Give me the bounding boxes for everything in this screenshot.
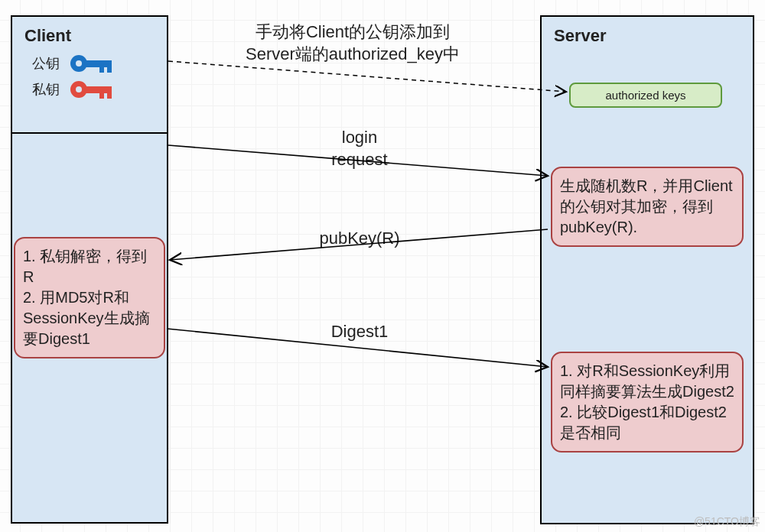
svg-point-6 <box>76 86 82 92</box>
pubkey-row: 公钥 <box>12 49 167 75</box>
server-generate-r-box: 生成随机数R，并用Client的公钥对其加密，得到pubKey(R). <box>551 167 744 247</box>
svg-rect-8 <box>99 92 104 99</box>
client-header: Client 公钥 私钥 <box>11 15 168 134</box>
svg-rect-4 <box>107 66 112 73</box>
server-title: Server <box>542 17 753 49</box>
privkey-row: 私钥 <box>12 75 167 101</box>
key-icon-private <box>67 78 116 101</box>
server-compare-box: 1. 对R和SessionKey利用同样摘要算法生成Digest2 2. 比较D… <box>551 352 744 453</box>
svg-rect-9 <box>107 92 112 99</box>
client-decrypt-box: 1. 私钥解密，得到R 2. 用MD5对R和SessionKey生成摘要Dige… <box>14 237 165 358</box>
pubkey-label: 公钥 <box>32 54 67 73</box>
arrow-pubkey-to-server <box>168 61 566 92</box>
arrow-label-pubkeyr: pubKey(R) <box>291 228 428 250</box>
privkey-label: 私钥 <box>32 80 67 99</box>
arrow-label-digest1: Digest1 <box>306 321 413 343</box>
arrow-label-login: login request <box>298 127 421 170</box>
client-title: Client <box>12 17 167 49</box>
top-annotation: 手动将Client的公钥添加到 Server端的authorized_key中 <box>234 21 471 65</box>
authorized-keys-label: authorized keys <box>605 89 685 102</box>
svg-rect-3 <box>99 66 104 73</box>
svg-point-1 <box>76 60 82 66</box>
watermark: @51CTO博客 <box>694 515 760 529</box>
key-icon-public <box>67 52 116 75</box>
authorized-keys-box: authorized keys <box>569 83 722 108</box>
